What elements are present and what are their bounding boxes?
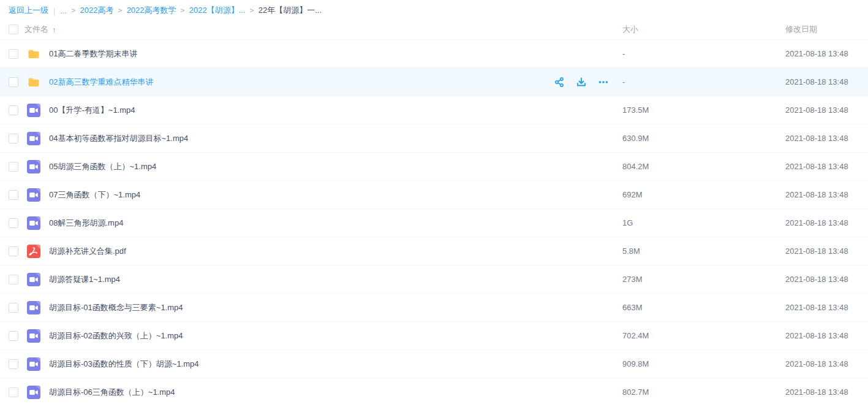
share-icon[interactable] — [554, 77, 565, 88]
breadcrumb-items: ...>2022高考>2022高考数学>2022【胡源】...>22年【胡源】一… — [60, 5, 322, 16]
file-size: 173.5M — [622, 105, 785, 115]
row-checkbox[interactable] — [9, 331, 18, 341]
row-checkbox[interactable] — [9, 49, 18, 59]
file-date: 2021-08-18 13:48 — [785, 77, 860, 86]
row-checkbox[interactable] — [9, 134, 18, 143]
video-icon — [27, 301, 40, 314]
video-icon — [27, 160, 40, 173]
row-checkbox[interactable] — [9, 246, 18, 256]
file-size: 630.9M — [622, 134, 785, 143]
breadcrumb-item[interactable]: ... — [60, 6, 67, 15]
file-name[interactable]: 04基本初等函数幂指对胡源目标~1.mp4 — [49, 133, 188, 144]
row-checkbox[interactable] — [9, 162, 18, 172]
file-name[interactable]: 胡源目标-03函数的性质（下）胡源~1.mp4 — [49, 359, 199, 370]
file-date: 2021-08-18 13:48 — [785, 275, 860, 284]
row-checkbox[interactable] — [9, 77, 18, 87]
file-size: 1G — [622, 218, 785, 227]
sort-ascending-icon: ↑ — [52, 25, 56, 34]
table-row[interactable]: 07三角函数（下）~1.mp4 692M 2021-08-18 13:48 — [0, 181, 868, 209]
breadcrumb-separator-icon: > — [250, 6, 254, 15]
table-row[interactable]: 05胡源三角函数（上）~1.mp4 804.2M 2021-08-18 13:4… — [0, 153, 868, 181]
file-name[interactable]: 07三角函数（下）~1.mp4 — [49, 189, 140, 200]
row-actions — [554, 77, 609, 88]
file-size: 804.2M — [622, 162, 785, 171]
table-header: 文件名 ↑ 大小 修改日期 — [0, 20, 868, 40]
file-size: 702.4M — [622, 331, 785, 340]
table-row[interactable]: 胡源目标-02函数的兴致（上）~1.mp4 702.4M 2021-08-18 … — [0, 322, 868, 350]
table-row[interactable]: 02新高三数学重难点精华串讲 - 2021-08-18 13:48 — [0, 68, 868, 96]
row-checkbox[interactable] — [9, 105, 18, 115]
file-name[interactable]: 01高二春季数学期末串讲 — [49, 48, 137, 59]
file-size: 802.7M — [622, 387, 785, 397]
more-icon[interactable] — [598, 77, 609, 88]
file-name[interactable]: 胡源目标-01函数概念与三要素~1.mp4 — [49, 302, 183, 313]
file-size: 909.8M — [622, 359, 785, 368]
file-date: 2021-08-18 13:48 — [785, 246, 860, 256]
file-list: 01高二春季数学期末串讲 - 2021-08-18 13:48 02新高三数学重… — [0, 40, 868, 404]
column-header-size: 大小 — [622, 24, 785, 35]
breadcrumb-item[interactable]: 2022高考数学 — [127, 5, 176, 16]
file-name[interactable]: 08解三角形胡源.mp4 — [49, 218, 123, 229]
table-row[interactable]: 胡源目标-03函数的性质（下）胡源~1.mp4 909.8M 2021-08-1… — [0, 350, 868, 378]
breadcrumb: 返回上一级 | ...>2022高考>2022高考数学>2022【胡源】...>… — [0, 0, 868, 20]
video-icon — [27, 216, 40, 230]
file-date: 2021-08-18 13:48 — [785, 49, 860, 58]
file-size: - — [622, 49, 785, 58]
download-icon[interactable] — [576, 77, 587, 88]
file-name[interactable]: 胡源目标-02函数的兴致（上）~1.mp4 — [49, 330, 183, 341]
row-checkbox[interactable] — [9, 359, 18, 369]
breadcrumb-current: 22年【胡源】一... — [259, 5, 322, 16]
video-icon — [27, 104, 40, 117]
video-icon — [27, 273, 40, 286]
table-row[interactable]: 04基本初等函数幂指对胡源目标~1.mp4 630.9M 2021-08-18 … — [0, 124, 868, 153]
video-icon — [27, 188, 40, 202]
video-icon — [27, 386, 40, 399]
file-size: 692M — [622, 190, 785, 199]
file-name[interactable]: 胡源答疑课1~1.mp4 — [49, 274, 120, 285]
file-name[interactable]: 05胡源三角函数（上）~1.mp4 — [49, 161, 156, 172]
table-row[interactable]: 胡源补充讲义合集.pdf 5.8M 2021-08-18 13:48 — [0, 237, 868, 265]
table-row[interactable]: 胡源目标-06三角函数（上）~1.mp4 802.7M 2021-08-18 1… — [0, 378, 868, 404]
folder-icon — [27, 47, 40, 61]
breadcrumb-separator-icon: > — [118, 6, 122, 15]
table-row[interactable]: 胡源目标-01函数概念与三要素~1.mp4 663M 2021-08-18 13… — [0, 294, 868, 322]
file-date: 2021-08-18 13:48 — [785, 105, 860, 115]
file-size: 5.8M — [622, 246, 785, 256]
file-date: 2021-08-18 13:48 — [785, 134, 860, 143]
video-icon — [27, 357, 40, 371]
breadcrumb-item[interactable]: 2022高考 — [80, 5, 113, 16]
file-name[interactable]: 00【升学-有道】~1.mp4 — [49, 105, 135, 116]
breadcrumb-separator-icon: > — [71, 6, 75, 15]
file-date: 2021-08-18 13:48 — [785, 387, 860, 397]
breadcrumb-item[interactable]: 2022【胡源】... — [189, 5, 246, 16]
file-size: - — [622, 77, 785, 86]
table-row[interactable]: 01高二春季数学期末串讲 - 2021-08-18 13:48 — [0, 40, 868, 68]
row-checkbox[interactable] — [9, 190, 18, 200]
file-size: 273M — [622, 275, 785, 284]
column-header-date: 修改日期 — [785, 24, 860, 35]
table-row[interactable]: 08解三角形胡源.mp4 1G 2021-08-18 13:48 — [0, 209, 868, 237]
select-all-checkbox[interactable] — [9, 25, 18, 34]
back-link[interactable]: 返回上一级 — [9, 5, 48, 16]
table-row[interactable]: 胡源答疑课1~1.mp4 273M 2021-08-18 13:48 — [0, 265, 868, 294]
file-size: 663M — [622, 303, 785, 312]
file-date: 2021-08-18 13:48 — [785, 359, 860, 368]
sort-by-name[interactable]: 文件名 ↑ — [18, 24, 56, 35]
file-date: 2021-08-18 13:48 — [785, 331, 860, 340]
folder-icon — [27, 75, 40, 89]
table-row[interactable]: 00【升学-有道】~1.mp4 173.5M 2021-08-18 13:48 — [0, 96, 868, 124]
video-icon — [27, 329, 40, 343]
file-date: 2021-08-18 13:48 — [785, 162, 860, 171]
breadcrumb-separator-icon: > — [181, 6, 185, 15]
file-date: 2021-08-18 13:48 — [785, 218, 860, 227]
pdf-icon — [27, 245, 40, 258]
file-name[interactable]: 胡源目标-06三角函数（上）~1.mp4 — [49, 387, 175, 398]
row-checkbox[interactable] — [9, 275, 18, 284]
file-date: 2021-08-18 13:48 — [785, 303, 860, 312]
file-name[interactable]: 胡源补充讲义合集.pdf — [49, 246, 126, 257]
file-name[interactable]: 02新高三数学重难点精华串讲 — [49, 77, 153, 88]
video-icon — [27, 132, 40, 145]
row-checkbox[interactable] — [9, 218, 18, 228]
row-checkbox[interactable] — [9, 387, 18, 397]
row-checkbox[interactable] — [9, 303, 18, 313]
